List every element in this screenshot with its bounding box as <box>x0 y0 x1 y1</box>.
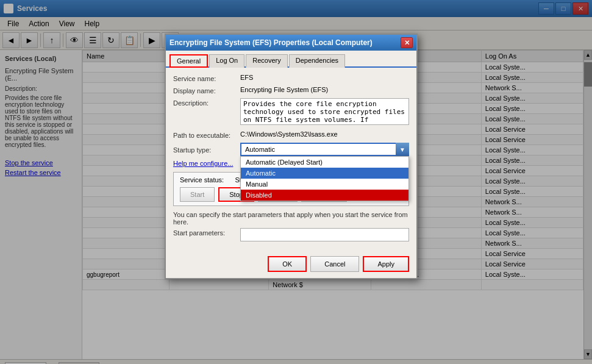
apply-button[interactable]: Apply <box>363 256 409 272</box>
startup-type-display[interactable]: Automatic <box>240 143 409 156</box>
display-name-value: Encrypting File System (EFS) <box>240 86 328 93</box>
tab-dependencies[interactable]: Dependencies <box>289 54 345 68</box>
main-window: ⚙ Services ─ □ ✕ File Action View Help ◄… <box>0 0 592 364</box>
properties-dialog: Encrypting File System (EFS) Properties … <box>165 34 418 279</box>
startup-type-row: Startup type: Automatic ▼ Automatic (Del… <box>173 143 409 156</box>
service-name-label: Service name: <box>173 74 240 82</box>
option-disabled[interactable]: Disabled <box>241 190 408 201</box>
startup-select-container: Automatic ▼ Automatic (Delayed Start) Au… <box>240 143 409 156</box>
display-name-label: Display name: <box>173 86 240 95</box>
dialog-close-button[interactable]: ✕ <box>401 37 413 48</box>
dialog-title: Encrypting File System (EFS) Properties … <box>169 38 373 47</box>
params-section: You can specify the start parameters tha… <box>173 211 409 241</box>
params-row: Start parameters: <box>173 228 409 241</box>
path-label: Path to executable: <box>173 130 240 139</box>
ok-button[interactable]: OK <box>268 256 307 272</box>
option-automatic[interactable]: Automatic <box>241 168 408 179</box>
dialog-tabs: General Log On Recovery Dependencies <box>166 51 416 68</box>
path-row: Path to executable: C:\Windows\System32\… <box>173 130 409 139</box>
cancel-button[interactable]: Cancel <box>310 256 359 272</box>
option-manual[interactable]: Manual <box>241 179 408 190</box>
tab-general[interactable]: General <box>169 54 208 68</box>
option-auto-delayed[interactable]: Automatic (Delayed Start) <box>241 157 408 168</box>
display-name-row: Display name: Encrypting File System (EF… <box>173 86 409 95</box>
startup-dropdown-menu: Automatic (Delayed Start) Automatic Manu… <box>240 156 409 201</box>
startup-type-label: Startup type: <box>173 145 240 154</box>
description-textarea[interactable]: Provides the core file encryption techno… <box>240 98 409 125</box>
dialog-content: Service name: EFS Display name: Encrypti… <box>166 68 416 252</box>
params-description: You can specify the start parameters tha… <box>173 211 409 226</box>
startup-dropdown-arrow[interactable]: ▼ <box>396 143 409 156</box>
dialog-footer: OK Cancel Apply <box>166 252 416 278</box>
tab-recovery[interactable]: Recovery <box>246 54 287 68</box>
description-row: Description: Provides the core file encr… <box>173 98 409 127</box>
params-input-label: Start parameters: <box>173 228 240 237</box>
tab-logon[interactable]: Log On <box>209 54 244 68</box>
params-input[interactable] <box>240 228 409 241</box>
dialog-titlebar: Encrypting File System (EFS) Properties … <box>166 35 416 51</box>
service-name-value: EFS <box>240 74 253 81</box>
description-box: Provides the core file encryption techno… <box>240 98 409 127</box>
service-status-label: Service status: <box>180 176 224 184</box>
start-button[interactable]: Start <box>180 187 215 202</box>
path-value: C:\Windows\System32\lsass.exe <box>240 130 338 138</box>
path-container: C:\Windows\System32\lsass.exe <box>240 130 338 138</box>
service-name-row: Service name: EFS <box>173 74 409 82</box>
description-label: Description: <box>173 98 240 107</box>
